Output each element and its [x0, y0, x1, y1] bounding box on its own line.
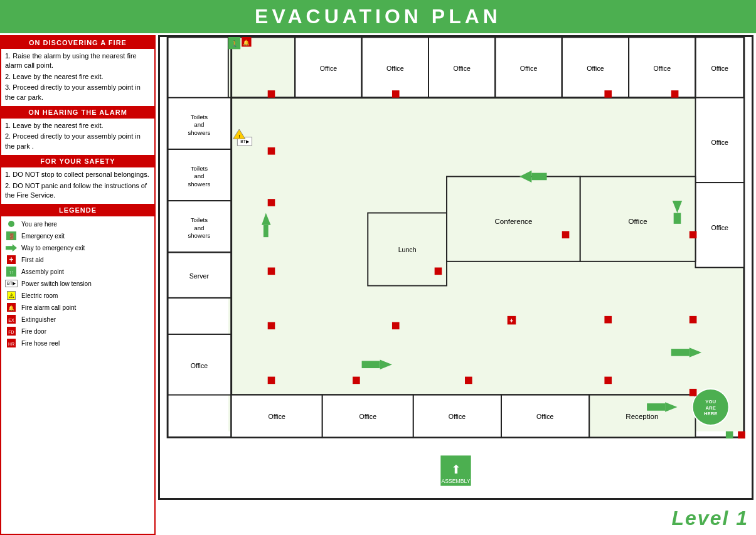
- legend-item-extinguisher: EX Extinguisher: [5, 314, 151, 324]
- section3-header: FOR YOUR SAFETY: [1, 155, 154, 167]
- svg-text:+: +: [509, 317, 513, 324]
- svg-text:ASSEMBLY: ASSEMBLY: [441, 478, 470, 484]
- electric-icon: ⚠: [5, 290, 18, 300]
- legend-item-fire-hose: HR Fire hose reel: [5, 338, 151, 348]
- room-office-2: Office: [386, 65, 404, 72]
- svg-text:EX: EX: [8, 318, 14, 322]
- svg-rect-72: [268, 147, 275, 155]
- svg-rect-86: [726, 432, 733, 439]
- fire-alarm-icon: 🔔: [5, 302, 18, 312]
- room-office-bot-2: Office: [359, 413, 376, 420]
- fire-hose-icon: HR: [5, 338, 18, 348]
- arrow-icon: [5, 243, 18, 253]
- floor-plan-svg: Office Office Office Office Office Offic…: [160, 37, 752, 498]
- svg-rect-13: [228, 98, 744, 432]
- power-switch-icon: BT▶: [5, 278, 18, 289]
- svg-text:showers: showers: [188, 129, 210, 136]
- first-aid-icon: [5, 255, 18, 265]
- room-office-5: Office: [587, 65, 604, 72]
- svg-text:⬆: ⬆: [451, 462, 461, 476]
- room-lunch: Lunch: [398, 246, 417, 253]
- legend-item-way-exit: Way to emergency exit: [5, 243, 151, 253]
- room-office-3: Office: [453, 65, 471, 72]
- svg-text:FD: FD: [8, 330, 14, 334]
- legend-item-fire-door: FD Fire door: [5, 326, 151, 336]
- svg-text:↑↑: ↑↑: [9, 270, 14, 275]
- room-toilets-1: Toilets: [191, 114, 208, 120]
- svg-rect-82: [689, 231, 697, 238]
- legend-item-you-are-here: You are here: [5, 219, 151, 229]
- svg-text:and: and: [194, 121, 204, 128]
- room-reception: Reception: [626, 412, 658, 420]
- floor-plan: Office Office Office Office Office Offic…: [158, 35, 753, 500]
- svg-rect-96: [362, 361, 380, 368]
- svg-text:🔔: 🔔: [8, 305, 14, 311]
- svg-rect-98: [647, 403, 665, 411]
- svg-text:HR: HR: [8, 342, 14, 346]
- svg-text:and: and: [194, 225, 204, 231]
- svg-rect-77: [392, 322, 400, 330]
- svg-text:🚶: 🚶: [231, 40, 239, 48]
- room-office-4: Office: [520, 65, 538, 72]
- room-office-right-2: Office: [711, 224, 728, 231]
- left-panel: ON DISCOVERING A FIRE 1. Raise the alarm…: [0, 35, 156, 535]
- room-conference: Conference: [494, 217, 532, 225]
- svg-text:showers: showers: [188, 181, 210, 188]
- svg-rect-78: [435, 268, 442, 275]
- svg-rect-76: [268, 377, 275, 384]
- section1-body: 1. Raise the alarm by using the nearest …: [1, 49, 154, 106]
- room-server: Server: [189, 272, 210, 280]
- page-title: EVACUATION PLAN: [0, 0, 756, 33]
- section4-header: LEGENDE: [1, 204, 154, 216]
- green-dot-icon: [5, 219, 18, 229]
- room-office-bot-4: Office: [536, 413, 554, 420]
- assembly-icon: ↑↑: [5, 267, 18, 277]
- svg-text:YOU: YOU: [705, 399, 716, 405]
- svg-rect-106: [353, 377, 360, 384]
- svg-text:🔔: 🔔: [243, 39, 250, 46]
- section2-body: 1. Leave by the nearest fire exit. 2. Pr…: [1, 119, 154, 155]
- legend-item-power: BT▶ Power switch low tension: [5, 278, 151, 289]
- svg-text:🚪: 🚪: [8, 233, 16, 240]
- section3-body: 1. DO NOT stop to collect personal belon…: [1, 167, 154, 204]
- legend-item-assembly: ↑↑ Assembly point: [5, 267, 151, 277]
- svg-rect-88: [264, 225, 269, 237]
- legend-item-emergency-exit: 🚪 Emergency exit: [5, 231, 151, 241]
- section1-header: ON DISCOVERING A FIRE: [1, 36, 154, 49]
- svg-rect-71: [392, 90, 400, 98]
- svg-rect-85: [738, 432, 745, 439]
- room-office-left: Office: [191, 362, 208, 369]
- svg-rect-108: [604, 316, 612, 324]
- room-office-bot-3: Office: [449, 413, 466, 420]
- svg-rect-73: [268, 199, 275, 206]
- svg-text:BT▶: BT▶: [240, 139, 250, 144]
- svg-rect-81: [671, 90, 679, 98]
- room-office-right-1: Office: [711, 139, 728, 146]
- legend-table: You are here 🚪 Emergency exit Way to eme…: [1, 216, 154, 352]
- svg-rect-94: [671, 349, 689, 356]
- svg-rect-79: [562, 231, 570, 238]
- svg-rect-92: [674, 213, 681, 223]
- legend-item-electric: ⚠ Electric room: [5, 290, 151, 300]
- legend-item-first-aid: First aid: [5, 255, 151, 265]
- svg-text:HERE: HERE: [704, 411, 717, 416]
- svg-rect-80: [604, 90, 612, 98]
- svg-rect-84: [689, 389, 697, 396]
- level-label: Level 1: [671, 507, 748, 530]
- fire-door-icon: FD: [5, 326, 18, 336]
- extinguisher-icon: EX: [5, 314, 18, 324]
- svg-text:ARE: ARE: [706, 405, 716, 411]
- svg-rect-109: [604, 377, 612, 384]
- svg-rect-75: [268, 322, 275, 330]
- emergency-exit-icon: 🚪: [5, 231, 18, 241]
- svg-rect-83: [689, 316, 697, 324]
- room-office-mid: Office: [629, 217, 647, 225]
- room-office-6: Office: [654, 65, 671, 72]
- svg-text:and: and: [194, 172, 204, 179]
- section2-header: ON HEARING THE ALARM: [1, 106, 154, 119]
- room-office-bot-1: Office: [268, 413, 285, 420]
- svg-rect-107: [465, 377, 472, 384]
- legend-item-fire-alarm: 🔔 Fire alarm call point: [5, 302, 151, 312]
- svg-rect-70: [268, 90, 275, 98]
- room-office-1: Office: [320, 65, 338, 72]
